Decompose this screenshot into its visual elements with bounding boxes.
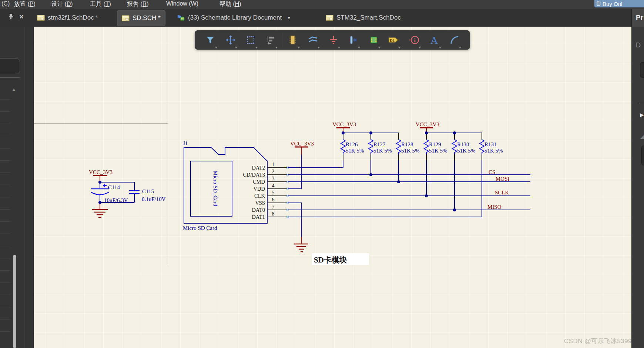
pin-name: CD/DAT3 <box>243 172 265 178</box>
dropdown-arrow[interactable] <box>338 47 341 48</box>
selection-rect-icon[interactable] <box>241 31 261 49</box>
sheet-title[interactable]: SD卡模块 <box>312 253 369 265</box>
dropdown-arrow[interactable] <box>215 47 218 48</box>
panel-edge <box>33 27 34 348</box>
move-icon[interactable] <box>221 31 241 49</box>
menu-item-place[interactable]: 放置 (P) <box>14 0 36 8</box>
dropdown-arrow[interactable] <box>418 47 421 48</box>
text-string-icon[interactable]: A <box>424 31 445 49</box>
dropdown-arrow[interactable] <box>398 47 401 48</box>
altium-window: Micro SD_Card J1 Micro SD Card DAT2 CD/D… <box>0 0 644 348</box>
schematic-drawing: Micro SD_Card J1 Micro SD Card DAT2 CD/D… <box>0 0 644 348</box>
pin-name: VDD <box>254 186 265 192</box>
projects-panel-header[interactable]: Pr <box>632 9 644 27</box>
panel-clipped-box-2 <box>641 145 644 165</box>
dropdown-arrow[interactable] <box>255 47 258 48</box>
r127-value: 51K 5% <box>373 148 392 154</box>
dropdown-arrow[interactable] <box>235 47 238 48</box>
gnd-power-port-icon[interactable] <box>323 31 343 49</box>
menu-item-window[interactable]: Window (W) <box>166 0 198 7</box>
power-port-label[interactable]: VCC_3V3 <box>290 141 314 147</box>
j1-caption[interactable]: Micro SD Card <box>183 225 217 231</box>
net-label-cs[interactable]: CS <box>489 169 495 175</box>
component-r131[interactable]: R131 51K 5% <box>480 133 503 160</box>
dropdown-arrow[interactable] <box>297 47 300 48</box>
r128-value: 51K 5% <box>401 148 420 154</box>
net-label-miso[interactable]: MISO <box>487 204 502 210</box>
no-erc-icon[interactable] <box>404 31 424 49</box>
csdn-watermark: CSDN @可乐飞冰5399 <box>564 337 632 345</box>
wire-icon[interactable] <box>303 31 323 49</box>
component-r127[interactable]: R127 51K 5% <box>369 133 392 160</box>
sheet-symbol-icon[interactable] <box>363 31 384 49</box>
tab-stm32f1-schdoc[interactable]: stm32f1.SchDoc * <box>37 9 98 27</box>
panel-header-box[interactable] <box>0 58 20 74</box>
align-icon[interactable] <box>261 31 281 49</box>
schdoc-icon <box>122 15 130 21</box>
component-j1-micro-sd-card[interactable]: Micro SD_Card J1 Micro SD Card DAT2 CD/D… <box>183 140 288 231</box>
dropdown-arrow[interactable] <box>459 47 462 48</box>
filter-icon[interactable] <box>200 31 221 49</box>
j1-designator[interactable]: J1 <box>183 140 188 146</box>
collapse-arrow-icon[interactable]: ▲ <box>12 87 16 91</box>
pin-icon[interactable] <box>8 14 14 21</box>
library-icon <box>177 14 185 22</box>
dropdown-arrow[interactable] <box>317 47 320 48</box>
r126-ref: R126 <box>346 141 358 147</box>
panel-divider <box>24 27 25 348</box>
j1-pins <box>267 168 288 217</box>
pin-name: VSS <box>255 200 265 206</box>
menu-item-c[interactable]: (C) <box>1 0 10 7</box>
tab-stm32-smart-schdoc[interactable]: STM32_Smart.SchDoc <box>326 9 401 27</box>
dropdown-arrow[interactable] <box>358 47 360 48</box>
component-r128[interactable]: R128 51K 5% <box>396 133 420 160</box>
r129-ref: R129 <box>429 141 441 147</box>
r129-value: 51K 5% <box>429 148 447 154</box>
component-r130[interactable]: R130 51K 5% <box>452 133 476 160</box>
tab-schematic-library-document[interactable]: (33) Schematic Library Document ▼ <box>177 9 291 27</box>
c114-value: 10uF/6.3V <box>104 197 128 203</box>
power-port-label[interactable]: VCC_3V3 <box>89 169 113 175</box>
resize-corner-icon[interactable]: ◢ <box>640 133 644 140</box>
arc-icon[interactable] <box>445 31 465 49</box>
power-port-label[interactable]: VCC_3V3 <box>332 121 356 127</box>
panel-divider-line <box>639 103 644 103</box>
menu-item-tools[interactable]: 工具 (T) <box>90 0 111 8</box>
component-r126[interactable]: R126 51K 5% <box>341 133 364 160</box>
panel-separator <box>0 77 20 78</box>
panel-partial-text: D <box>636 41 641 49</box>
right-panel-strip: Pr D ▶ ◢ <box>631 9 644 348</box>
r127-ref: R127 <box>373 141 386 147</box>
chevron-down-icon[interactable]: ▼ <box>287 16 291 20</box>
schdoc-icon <box>37 14 45 21</box>
r131-value: 51K 5% <box>484 148 503 154</box>
net-label-sclk[interactable]: SCLK <box>495 190 509 195</box>
part-icon[interactable] <box>283 31 303 49</box>
menu-item-design[interactable]: 设计 (D) <box>51 0 73 8</box>
pin-name: DAT2 <box>252 165 265 171</box>
dropdown-arrow[interactable] <box>439 47 442 48</box>
close-icon[interactable]: × <box>19 13 24 21</box>
menu-item-reports[interactable]: 报告 (R) <box>127 0 149 8</box>
pin-name: CMD <box>253 179 265 185</box>
pin-number: 7 <box>272 204 275 210</box>
component-c114[interactable]: C114 10uF/6.3V <box>91 184 128 203</box>
schematic-floating-toolbar: D1 A <box>195 30 470 50</box>
dropdown-arrow[interactable] <box>275 47 278 48</box>
port-icon[interactable] <box>343 31 364 49</box>
net-label-mosi[interactable]: MOSI <box>496 176 510 182</box>
text-a-glyph: A <box>430 34 438 46</box>
panel-clipped-box <box>640 62 644 78</box>
pin-number: 3 <box>272 176 275 181</box>
tab-sd-sch-active[interactable]: SD.SCH * <box>117 10 165 26</box>
pin-name: DAT1 <box>252 214 265 220</box>
buy-online-button[interactable]: Buy Onl <box>594 0 644 7</box>
menu-item-help[interactable]: 帮助 (H) <box>219 0 241 8</box>
r126-value: 51K 5% <box>346 148 364 154</box>
expand-right-icon[interactable]: ▶ <box>640 112 644 118</box>
component-r129[interactable]: R129 51K 5% <box>424 133 447 160</box>
dropdown-arrow[interactable] <box>378 47 381 48</box>
designator-tag-icon[interactable]: D1 <box>384 31 404 49</box>
panel-scrollbar[interactable] <box>13 255 16 348</box>
power-port-label[interactable]: VCC_3V3 <box>416 121 439 127</box>
